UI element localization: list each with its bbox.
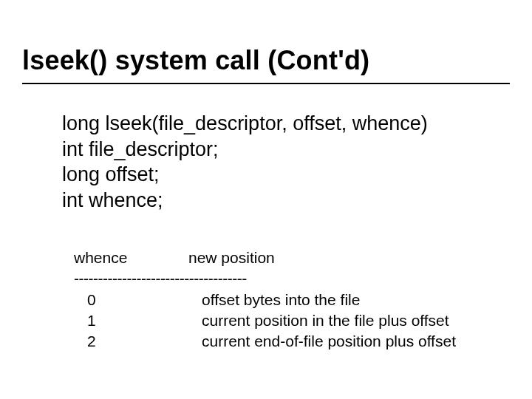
cell-position: offset bytes into the file [202,290,456,310]
slide: lseek() system call (Cont'd) long lseek(… [0,0,532,399]
title-section: lseek() system call (Cont'd) [22,46,510,84]
decl-line-3: long offset; [62,162,428,188]
cell-position: current end-of-file position plus offset [202,331,456,352]
cell-whence: 1 [74,310,202,331]
cell-whence: 0 [74,290,202,310]
table-separator: ------------------------------------ [74,268,456,289]
decl-line-4: int whence; [62,188,428,214]
whence-table: whence new position --------------------… [74,248,456,352]
table-row: 0 offset bytes into the file [74,290,456,310]
table-row: 1 current position in the file plus offs… [74,310,456,331]
cell-whence: 2 [74,331,202,352]
decl-line-2: int file_descriptor; [62,137,428,163]
title-underline [22,83,510,84]
declaration-block: long lseek(file_descriptor, offset, when… [62,111,428,213]
cell-position: current position in the file plus offset [202,310,456,331]
slide-title: lseek() system call (Cont'd) [22,46,510,75]
table-row: 2 current end-of-file position plus offs… [74,331,456,352]
header-position: new position [188,248,456,268]
decl-line-1: long lseek(file_descriptor, offset, when… [62,111,428,137]
table-header-row: whence new position [74,248,456,268]
header-whence: whence [74,248,188,268]
